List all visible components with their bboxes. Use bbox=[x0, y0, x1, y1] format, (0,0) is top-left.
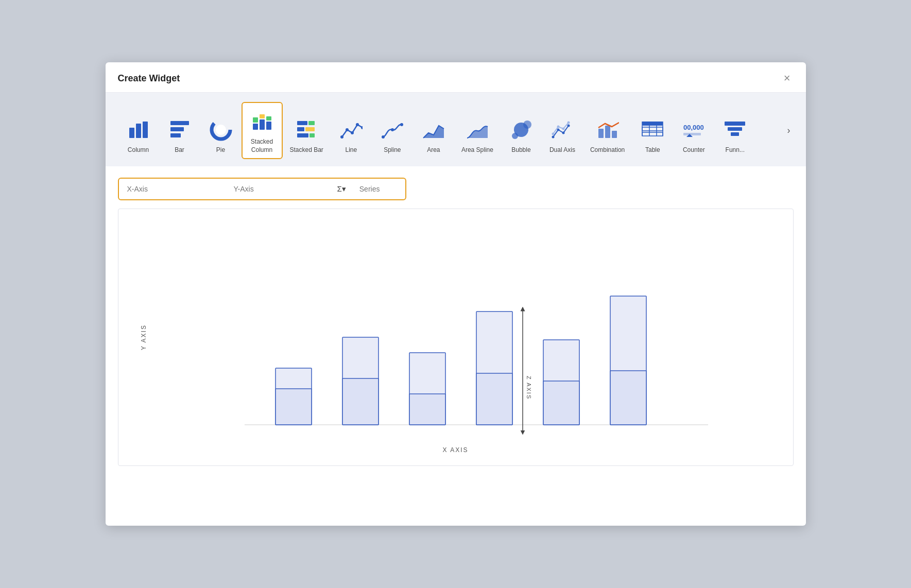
chart-type-area-spline[interactable]: Area Spline bbox=[454, 110, 501, 160]
chart-type-funnel[interactable]: Funn... bbox=[714, 110, 755, 160]
series-input[interactable] bbox=[351, 179, 406, 199]
svg-rect-13 bbox=[266, 116, 271, 120]
chart-type-bar[interactable]: Bar bbox=[159, 110, 200, 160]
svg-rect-43 bbox=[642, 127, 663, 131]
svg-rect-19 bbox=[310, 133, 315, 137]
chart-area: Y AXIS X AXIS bbox=[118, 214, 793, 461]
bubble-label: Bubble bbox=[511, 146, 530, 154]
chart-type-bubble[interactable]: Bubble bbox=[501, 110, 542, 160]
svg-rect-53 bbox=[728, 127, 742, 131]
svg-rect-44 bbox=[642, 132, 663, 136]
pie-label: Pie bbox=[216, 146, 225, 154]
svg-rect-2 bbox=[143, 122, 148, 138]
area-icon bbox=[420, 116, 447, 143]
svg-rect-8 bbox=[253, 124, 258, 130]
spline-icon bbox=[379, 116, 406, 143]
chart-type-dual-axis[interactable]: Dual Axis bbox=[542, 110, 583, 160]
svg-rect-11 bbox=[260, 114, 265, 118]
chart-type-area[interactable]: Area bbox=[413, 110, 454, 160]
chart-preview-section: Y AXIS X AXIS bbox=[106, 209, 806, 526]
svg-rect-0 bbox=[129, 128, 134, 138]
area-spline-icon bbox=[464, 116, 491, 143]
svg-rect-65 bbox=[543, 381, 579, 425]
chart-type-stacked-column[interactable]: StackedColumn bbox=[242, 102, 283, 159]
x-axis-input[interactable] bbox=[119, 179, 226, 199]
bar-icon bbox=[166, 116, 193, 143]
column-icon bbox=[125, 116, 152, 143]
svg-rect-57 bbox=[276, 389, 312, 425]
area-label: Area bbox=[427, 146, 440, 154]
scroll-right-button[interactable]: › bbox=[784, 123, 794, 138]
chart-types-section: Column Bar bbox=[106, 93, 806, 166]
svg-rect-41 bbox=[612, 131, 617, 138]
svg-point-33 bbox=[562, 131, 564, 134]
svg-text:00,000: 00,000 bbox=[683, 124, 704, 131]
y-axis-label: Y AXIS bbox=[140, 324, 147, 350]
svg-point-26 bbox=[391, 128, 394, 131]
svg-rect-5 bbox=[170, 133, 181, 137]
chart-type-combination[interactable]: Combination bbox=[583, 110, 632, 160]
svg-rect-10 bbox=[260, 119, 265, 130]
svg-rect-1 bbox=[136, 124, 141, 138]
svg-point-32 bbox=[557, 128, 559, 131]
stacked-bar-label: Stacked Bar bbox=[290, 146, 323, 154]
svg-rect-67 bbox=[610, 371, 646, 425]
stacked-column-label: StackedColumn bbox=[251, 138, 273, 154]
chart-type-counter[interactable]: 00,000 Counter bbox=[673, 110, 714, 160]
combination-label: Combination bbox=[590, 146, 625, 154]
stacked-bar-icon bbox=[293, 116, 320, 143]
table-label: Table bbox=[645, 146, 660, 154]
line-icon bbox=[338, 116, 365, 143]
dialog-header: Create Widget × bbox=[106, 62, 806, 93]
svg-point-29 bbox=[512, 133, 518, 139]
x-axis-label: X AXIS bbox=[442, 446, 468, 454]
svg-rect-18 bbox=[297, 133, 308, 137]
svg-rect-16 bbox=[297, 127, 304, 131]
spline-label: Spline bbox=[384, 146, 401, 154]
svg-rect-40 bbox=[605, 126, 610, 138]
svg-rect-54 bbox=[731, 132, 739, 136]
chart-type-table[interactable]: Table bbox=[632, 110, 673, 160]
svg-point-27 bbox=[400, 123, 403, 126]
chart-type-stacked-bar[interactable]: Stacked Bar bbox=[283, 110, 331, 160]
counter-icon: 00,000 bbox=[680, 116, 707, 143]
combination-icon bbox=[594, 116, 621, 143]
svg-rect-15 bbox=[308, 121, 315, 125]
svg-rect-61 bbox=[409, 394, 445, 425]
svg-point-35 bbox=[552, 132, 554, 135]
svg-text:Z AXIS: Z AXIS bbox=[526, 376, 532, 400]
area-spline-label: Area Spline bbox=[461, 146, 493, 154]
svg-point-22 bbox=[351, 131, 354, 134]
svg-rect-39 bbox=[598, 129, 604, 138]
svg-point-25 bbox=[382, 135, 385, 139]
bar-label: Bar bbox=[175, 146, 184, 154]
svg-rect-14 bbox=[297, 121, 307, 125]
bubble-icon bbox=[508, 116, 535, 143]
svg-point-30 bbox=[523, 120, 531, 129]
svg-point-20 bbox=[340, 135, 343, 139]
svg-point-38 bbox=[567, 121, 570, 124]
chart-type-column[interactable]: Column bbox=[118, 110, 159, 160]
svg-rect-59 bbox=[342, 378, 379, 425]
counter-label: Counter bbox=[683, 146, 705, 154]
funnel-icon bbox=[721, 116, 748, 143]
svg-rect-63 bbox=[476, 373, 512, 425]
svg-rect-17 bbox=[305, 127, 315, 131]
svg-point-23 bbox=[356, 123, 359, 126]
close-button[interactable]: × bbox=[781, 72, 794, 85]
chart-type-pie[interactable]: Pie bbox=[200, 110, 242, 160]
svg-point-37 bbox=[562, 127, 564, 130]
dual-axis-label: Dual Axis bbox=[549, 146, 575, 154]
y-axis-input[interactable] bbox=[226, 179, 332, 199]
svg-rect-50 bbox=[683, 133, 701, 135]
create-widget-dialog: Create Widget × Column bbox=[106, 62, 806, 526]
chart-type-spline[interactable]: Spline bbox=[372, 110, 413, 160]
svg-rect-52 bbox=[725, 122, 745, 126]
chart-type-line[interactable]: Line bbox=[331, 110, 372, 160]
pie-icon bbox=[208, 116, 234, 143]
table-icon bbox=[639, 116, 666, 143]
stacked-column-icon bbox=[249, 108, 276, 135]
svg-rect-3 bbox=[170, 121, 189, 125]
dual-axis-icon bbox=[549, 116, 576, 143]
sigma-button[interactable]: Σ▾ bbox=[332, 180, 351, 198]
